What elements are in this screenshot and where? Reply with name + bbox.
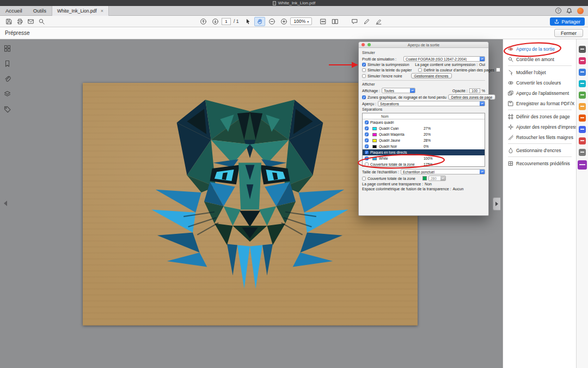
- home-tab[interactable]: Accueil: [0, 6, 28, 16]
- separation-row-white[interactable]: White 100%: [363, 155, 485, 161]
- tool-icon-print-production-selected[interactable]: [578, 160, 587, 170]
- user-avatar[interactable]: [577, 8, 584, 14]
- ink-manager-button[interactable]: Gestionnaire d'encres: [411, 73, 452, 79]
- tags-icon[interactable]: [4, 105, 11, 115]
- separation-row-magenta[interactable]: Quadri Magenta 20%: [363, 131, 485, 137]
- tools-tab[interactable]: Outils: [28, 6, 52, 16]
- panel-item-convert-colors[interactable]: Convertir les couleurs: [508, 77, 576, 88]
- simulation-profile-value: Coated FOGRA39 (ISO 12647-2:2004): [406, 57, 467, 61]
- tool-icon-10[interactable]: [579, 149, 586, 156]
- tool-icon-6[interactable]: [579, 103, 586, 110]
- zoom-in-button[interactable]: [278, 17, 289, 26]
- tool-icon-9[interactable]: [579, 137, 586, 144]
- ink-color-swatch: [372, 139, 377, 142]
- tool-icon-3[interactable]: [579, 69, 586, 76]
- panel-item-trap-presets[interactable]: Recouvrements prédéfinis: [508, 158, 576, 168]
- row-checkbox[interactable]: [365, 138, 369, 142]
- attachments-icon[interactable]: [4, 75, 11, 85]
- coverage-color-swatch[interactable]: [422, 176, 427, 180]
- close-tab-icon[interactable]: ×: [101, 8, 103, 14]
- tool-icon-7[interactable]: [579, 114, 586, 122]
- next-page-button[interactable]: [210, 17, 220, 26]
- zoom-in-icon: [280, 18, 287, 25]
- tool-icon-1[interactable]: [579, 46, 586, 53]
- document-tab[interactable]: White_Ink_Lion.pdf ×: [52, 6, 109, 16]
- set-page-boxes-button[interactable]: Définir des zones de page: [448, 94, 496, 100]
- fit-width-button[interactable]: [317, 17, 328, 26]
- tool-icon-4[interactable]: [579, 80, 586, 87]
- share-button[interactable]: Partager: [550, 17, 585, 26]
- simulate-black-ink-checkbox[interactable]: [362, 74, 366, 78]
- separation-row-total-coverage[interactable]: Couverture totale de la zone 175%: [363, 161, 485, 167]
- panel-item-save-pdfx[interactable]: Enregistrer au format PDF/X: [508, 98, 576, 108]
- print-button[interactable]: [14, 17, 25, 26]
- close-mode-button[interactable]: Fermer: [554, 29, 583, 37]
- search-button[interactable]: [36, 17, 47, 26]
- tool-icon-5[interactable]: [579, 92, 586, 99]
- opacity-input[interactable]: 100: [469, 88, 480, 93]
- bookmarks-icon[interactable]: [4, 59, 11, 69]
- zoom-out-button[interactable]: [266, 17, 277, 26]
- row-checkbox[interactable]: [365, 144, 369, 148]
- highlighter-button[interactable]: [373, 17, 384, 26]
- preview-mode-select[interactable]: Séparations ▴▾: [378, 101, 485, 106]
- panel-item-preflight[interactable]: Contrôle en amont: [508, 54, 576, 64]
- row-checkbox[interactable]: [365, 150, 369, 154]
- simulate-paper-checkbox[interactable]: [362, 68, 366, 72]
- right-panel-collapse-handle[interactable]: [493, 197, 500, 210]
- separation-row-yellow[interactable]: Quadri Jaune 28%: [363, 137, 485, 143]
- left-panel-collapse-handle[interactable]: [4, 201, 7, 206]
- coverage-threshold-select[interactable]: 280 ▴▾: [428, 176, 446, 181]
- separation-row-black[interactable]: Quadri Noir 0%: [363, 143, 485, 149]
- page-thumbnails-icon[interactable]: [4, 44, 11, 54]
- panel-item-label: Aperçu de la sortie: [516, 46, 555, 52]
- bell-icon[interactable]: [566, 8, 572, 14]
- row-checkbox[interactable]: [365, 126, 369, 130]
- save-button[interactable]: [3, 17, 14, 26]
- page-boxes-checkbox[interactable]: [362, 95, 366, 99]
- total-coverage-checkbox[interactable]: [362, 177, 366, 180]
- row-checkbox[interactable]: [365, 120, 369, 124]
- separation-row-process-plates[interactable]: Plaques quadri: [363, 119, 485, 125]
- page-display-button[interactable]: [329, 17, 340, 26]
- page-number-input[interactable]: [222, 18, 231, 25]
- row-checkbox[interactable]: [365, 162, 369, 166]
- simulation-profile-label: Profil de simulation :: [362, 57, 396, 61]
- page-background-checkbox[interactable]: [418, 68, 422, 72]
- tool-icon-8[interactable]: [579, 126, 586, 133]
- zoom-out-icon: [268, 18, 275, 25]
- fix-hairlines-icon: [508, 135, 513, 140]
- panel-item-edit-object[interactable]: Modifier l'objet: [508, 67, 576, 77]
- panel-item-ink-manager[interactable]: Gestionnaire d'encres: [508, 145, 576, 155]
- separation-row-spot-plates[interactable]: Plaques en tons directs: [363, 149, 485, 155]
- row-checkbox[interactable]: [365, 132, 369, 136]
- separation-row-cyan[interactable]: Quadri Cyan 27%: [363, 125, 485, 131]
- pencil-button[interactable]: [361, 17, 372, 26]
- panel-item-flattener-preview[interactable]: Aperçu de l'aplatissement: [508, 88, 576, 98]
- previous-page-icon: [200, 18, 207, 25]
- panel-item-set-page-boxes[interactable]: Définir des zones de page: [508, 111, 576, 122]
- window-title: White_Ink_Lion.pdf: [278, 1, 316, 5]
- display-mode-select[interactable]: Toutes ▴▾: [382, 88, 415, 93]
- row-name: Quadri Jaune: [379, 138, 424, 142]
- help-icon[interactable]: [555, 8, 561, 14]
- convert-colors-icon: [508, 80, 513, 86]
- tool-icon-2[interactable]: [579, 57, 586, 64]
- panel-item-fix-hairlines[interactable]: Retoucher les filets maigres: [508, 132, 576, 142]
- background-color-swatch[interactable]: [496, 68, 500, 72]
- panel-item-output-preview[interactable]: Aperçu de la sortie: [508, 44, 576, 54]
- separations-header: Nom: [363, 113, 485, 119]
- select-tool-button[interactable]: [242, 17, 253, 26]
- previous-page-button[interactable]: [198, 17, 209, 26]
- hand-tool-button[interactable]: [254, 17, 265, 26]
- panel-item-add-printer-marks[interactable]: Ajouter des repères d'impression: [508, 122, 576, 132]
- simulation-profile-select[interactable]: Coated FOGRA39 (ISO 12647-2:2004) ▴▾: [403, 56, 485, 62]
- sample-size-select[interactable]: Echantillon ponctuel ▴▾: [401, 169, 485, 174]
- layers-icon[interactable]: [4, 90, 11, 100]
- dialog-titlebar[interactable]: Aperçu de la sortie: [359, 42, 488, 48]
- row-checkbox[interactable]: [365, 156, 369, 160]
- zoom-level-select[interactable]: 100% ▾: [290, 17, 312, 25]
- email-button[interactable]: [25, 17, 36, 26]
- simulate-overprint-checkbox[interactable]: [362, 63, 366, 67]
- comment-button[interactable]: [349, 17, 360, 26]
